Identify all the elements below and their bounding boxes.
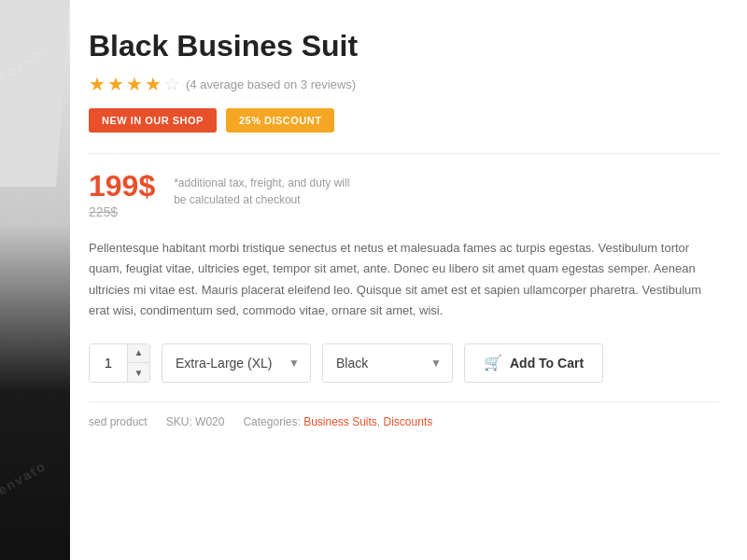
category-discounts[interactable]: Discounts (384, 415, 433, 428)
product-label: sed product (89, 415, 148, 428)
qty-up-button[interactable]: ▲ (127, 343, 149, 363)
review-text: (4 average based on 3 reviews) (186, 77, 356, 91)
price-original: 225$ (89, 204, 155, 219)
sku-value: W020 (195, 415, 224, 428)
quantity-input[interactable]: 1 (90, 344, 127, 382)
price-current: 199$ (89, 171, 155, 201)
category-business-suits[interactable]: Business Suits (303, 415, 377, 428)
badges-row: NEW IN OUR SHOP 25% DISCOUNT (89, 108, 719, 133)
bottom-meta: sed product SKU: W020 Categories: Busine… (89, 415, 432, 428)
quantity-stepper[interactable]: 1 ▲ ▼ (89, 343, 150, 383)
color-select[interactable]: Black Navy Grey Brown (322, 343, 453, 383)
product-image-top (0, 0, 70, 187)
add-to-cart-button[interactable]: 🛒 Add To Cart (464, 343, 603, 383)
add-to-cart-label: Add To Cart (510, 356, 584, 371)
star-rating: ★ ★ ★ ★ ☆ (89, 73, 180, 95)
qty-down-button[interactable]: ▼ (127, 363, 149, 383)
categories-label: Categories: (243, 415, 300, 428)
sku-label: SKU: (166, 415, 192, 428)
star-2: ★ (107, 73, 124, 95)
page-wrapper: envato envato Black Busines Suit ★ ★ ★ ★… (0, 0, 747, 560)
sku-info: SKU: W020 (166, 415, 225, 428)
purchase-row: 1 ▲ ▼ Small (S) Medium (M) Large (L) Ext… (89, 343, 719, 383)
badge-new: NEW IN OUR SHOP (89, 108, 217, 133)
badge-discount: 25% DISCOUNT (226, 108, 335, 133)
price-note: *additional tax, freight, and duty will … (174, 171, 360, 208)
divider-1 (89, 153, 719, 154)
star-1: ★ (89, 73, 106, 95)
star-4: ★ (145, 73, 162, 95)
product-detail-panel: Black Busines Suit ★ ★ ★ ★ ☆ (4 average … (70, 0, 747, 560)
cart-icon: 🛒 (484, 354, 502, 371)
product-description: Pellentesque habitant morbi tristique se… (89, 238, 719, 320)
rating-row: ★ ★ ★ ★ ☆ (4 average based on 3 reviews) (89, 73, 719, 95)
qty-buttons: ▲ ▼ (127, 343, 149, 383)
star-5: ☆ (163, 73, 180, 95)
categories-info: Categories: Business Suits, Discounts (243, 415, 432, 428)
product-title: Black Busines Suit (89, 28, 719, 63)
watermark-bottom: envato (0, 458, 49, 497)
price-row: 199$ 225$ *additional tax, freight, and … (89, 171, 719, 219)
color-select-wrapper: Black Navy Grey Brown ▼ (322, 343, 453, 383)
price-block: 199$ 225$ (89, 171, 155, 219)
star-3: ★ (126, 73, 143, 95)
size-select[interactable]: Small (S) Medium (M) Large (L) Extra-Lar… (162, 343, 311, 383)
bottom-row: sed product SKU: W020 Categories: Busine… (89, 401, 719, 428)
size-select-wrapper: Small (S) Medium (M) Large (L) Extra-Lar… (162, 343, 311, 383)
